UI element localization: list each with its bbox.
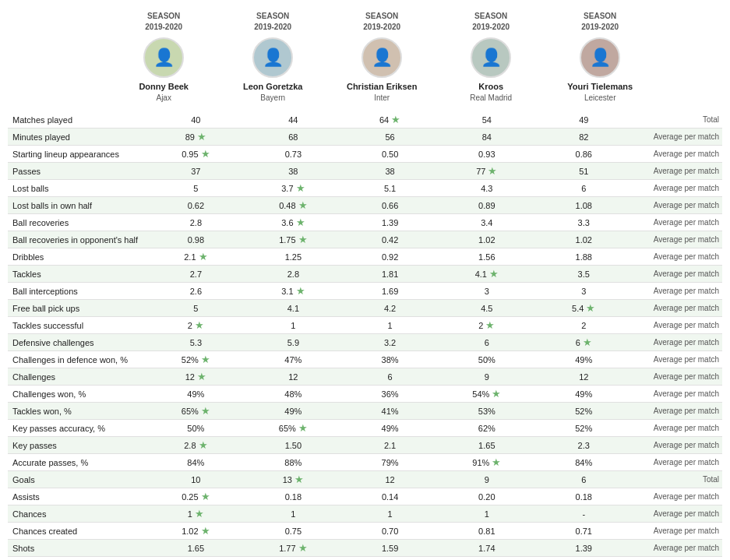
- stat-value: 50%: [438, 351, 535, 368]
- stat-value: 77★: [438, 163, 535, 180]
- stat-value: 1★: [147, 505, 245, 523]
- stat-label: Free ball pick ups: [8, 300, 147, 317]
- stat-value: 3: [535, 283, 632, 300]
- player-name: Christian Eriksen: [330, 81, 433, 92]
- stat-label: Defensive challenges: [8, 334, 147, 351]
- right-label: Average per match: [632, 420, 722, 437]
- table-row: Minutes played89★68568482Average per mat…: [8, 129, 722, 146]
- player-col-header: SEASON2019-2020 👤 Donny Beek Ajax: [109, 8, 218, 105]
- stat-label: Starting lineup appearances: [8, 146, 147, 163]
- stat-value: 1.65: [438, 437, 535, 454]
- stat-value: 49%: [342, 420, 438, 437]
- table-row: Passes37383877★51Average per match: [8, 163, 722, 180]
- stat-value: 82: [535, 129, 632, 146]
- avatar: 👤: [361, 37, 402, 78]
- right-label: Total: [632, 471, 722, 488]
- stat-label: Challenges won, %: [8, 386, 147, 403]
- player-club: Inter: [330, 93, 433, 102]
- avatar: 👤: [252, 37, 293, 78]
- table-row: Tackles2.72.81.814.1★3.5Average per matc…: [8, 266, 722, 283]
- right-label: Average per match: [632, 180, 722, 197]
- star-icon: ★: [201, 148, 210, 160]
- stat-value: 6★: [535, 334, 632, 351]
- right-label: Average per match: [632, 523, 722, 540]
- player-name: Youri Tielemans: [548, 81, 651, 92]
- stat-label: Chances created: [8, 523, 147, 540]
- avatar: 👤: [580, 37, 620, 78]
- stat-value: 84%: [147, 454, 245, 471]
- stat-label: Ball interceptions: [8, 283, 147, 300]
- stat-value: 1.65: [147, 540, 245, 557]
- stat-value: 0.50: [342, 146, 438, 163]
- right-label: Average per match: [632, 283, 722, 300]
- stat-label: Passes: [8, 163, 147, 180]
- stat-value: 0.89: [438, 197, 535, 214]
- stat-value: 12: [535, 368, 632, 386]
- stat-value: 1: [438, 505, 535, 523]
- stat-label: Accurate passes, %: [8, 454, 147, 471]
- table-row: Dribbles2.1★1.250.921.561.88Average per …: [8, 248, 722, 266]
- stat-value: 64★: [342, 111, 438, 129]
- stat-value: 1.59: [342, 540, 438, 557]
- table-row: Lost balls53.7★5.14.36Average per match: [8, 180, 722, 197]
- stat-value: 4.3: [438, 180, 535, 197]
- stat-value: 3: [438, 283, 535, 300]
- stat-value: 6: [535, 471, 632, 488]
- stat-value: 50%: [147, 420, 245, 437]
- stats-table: Matches played404464★5449TotalMinutes pl…: [8, 111, 722, 560]
- stat-value: 0.20: [438, 488, 535, 505]
- star-icon: ★: [199, 439, 208, 451]
- table-row: Challenges in defence won, %52%★47%38%50…: [8, 351, 722, 368]
- stat-value: 1.81: [342, 266, 438, 283]
- stat-label: Lost balls in own half: [8, 197, 147, 214]
- stat-value: 9: [438, 368, 535, 386]
- stat-value: 12: [342, 471, 438, 488]
- player-club: Ajax: [112, 93, 215, 102]
- right-label: Average per match: [632, 248, 722, 266]
- stat-value: 0.95★: [147, 146, 245, 163]
- stat-value: 2.8: [245, 266, 342, 283]
- star-icon: ★: [488, 165, 497, 177]
- stat-label: Tackles: [8, 266, 147, 283]
- right-label: Average per match: [632, 540, 722, 557]
- stat-value: 48%: [245, 386, 342, 403]
- stat-value: 56: [342, 129, 438, 146]
- star-icon: ★: [201, 491, 210, 502]
- star-icon: ★: [201, 405, 210, 417]
- stat-value: 5: [147, 300, 245, 317]
- table-row: Goals1013★1296Total: [8, 471, 722, 488]
- stat-value: 3.1★: [245, 283, 342, 300]
- stat-value: 5: [147, 180, 245, 197]
- star-icon: ★: [201, 525, 210, 537]
- stat-label: Ball recoveries in opponent's half: [8, 231, 147, 248]
- table-row: Chances created1.02★0.750.700.810.71Aver…: [8, 523, 722, 540]
- stat-value: 54: [438, 111, 535, 129]
- stat-value: 2★: [147, 317, 245, 334]
- stat-value: 0.98: [147, 231, 245, 248]
- stat-value: 3.3: [535, 214, 632, 231]
- stat-value: 0.75: [245, 523, 342, 540]
- right-label: Average per match: [632, 300, 722, 317]
- right-label: Average per match: [632, 437, 722, 454]
- stat-value: 89★: [147, 129, 245, 146]
- stat-value: 1.08: [535, 197, 632, 214]
- stat-value: 1: [342, 317, 438, 334]
- right-label: Average per match: [632, 386, 722, 403]
- season-label: SEASON2019-2020: [439, 11, 542, 33]
- stat-label: Goals: [8, 471, 147, 488]
- stat-value: 40: [147, 111, 245, 129]
- stat-label: Ball recoveries: [8, 214, 147, 231]
- player-club: Leicester: [548, 93, 651, 102]
- table-row: Chances1★111-Average per match: [8, 505, 722, 523]
- season-label: SEASON2019-2020: [112, 11, 215, 33]
- table-row: Matches played404464★5449Total: [8, 111, 722, 129]
- stat-value: 65%★: [245, 420, 342, 437]
- star-icon: ★: [296, 182, 305, 194]
- table-row: Tackles won, %65%★49%41%53%52%Average pe…: [8, 403, 722, 420]
- stat-value: 0.66: [342, 197, 438, 214]
- star-icon: ★: [201, 354, 210, 365]
- right-label: Average per match: [632, 334, 722, 351]
- stat-value: 1.69: [342, 283, 438, 300]
- stat-value: 1.39: [342, 214, 438, 231]
- stat-value: 0.14: [342, 488, 438, 505]
